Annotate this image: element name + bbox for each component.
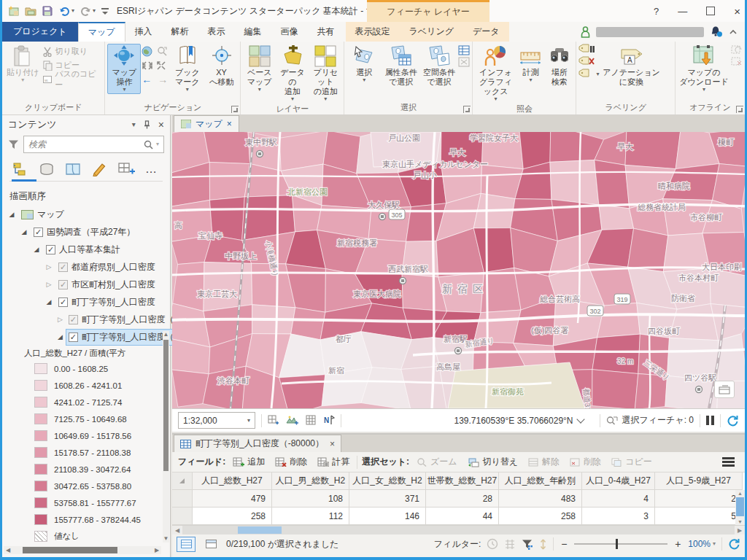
selection-dialog-launcher[interactable] (463, 106, 471, 113)
add-chart-icon[interactable] (117, 162, 135, 176)
zoom-in-button[interactable]: + (673, 538, 682, 550)
legend-color-chip[interactable] (34, 363, 47, 374)
fixed-zoom-arrows-icon[interactable] (142, 61, 166, 71)
delete-selection-button[interactable]: 削除 (567, 454, 604, 470)
qat-customize-button[interactable] (101, 6, 109, 16)
table-cell[interactable]: 3 (582, 508, 655, 525)
column-header[interactable]: 世帯数_総数_H27 (426, 472, 499, 490)
table-cell[interactable]: 479 (193, 490, 272, 508)
legend-color-chip[interactable] (34, 413, 47, 424)
layer-tree-item-6[interactable]: ▷✓町丁字等別_人口密度（8 (2, 311, 170, 328)
attribute-table-tab[interactable]: 町丁字等別_人口密度（-80000） × (174, 435, 341, 452)
column-header[interactable]: 人口_女_総数_H2 (349, 472, 426, 490)
add-preset-dropdown-caret[interactable]: ▾ (324, 96, 327, 102)
legend-color-chip[interactable] (34, 481, 47, 491)
panel-menu-caret[interactable]: ▾ (132, 122, 136, 128)
table-cell[interactable]: 5 (655, 508, 743, 525)
contextual-tab-2[interactable]: データ (463, 22, 509, 42)
explore-button[interactable]: マップ 操作 ▾ (107, 44, 141, 94)
select-by-location-button[interactable]: 空間条件 で選択 (420, 44, 457, 88)
layer-visibility-checkbox[interactable]: ✓ (58, 280, 68, 289)
contextual-tab-0[interactable]: 表示設定 (346, 22, 400, 42)
offline-dialog-launcher[interactable] (736, 106, 743, 113)
ribbon-tab-4[interactable]: 表示 (198, 22, 235, 42)
zoom-out-button[interactable]: − (560, 538, 568, 550)
infographics-dropdown-caret[interactable]: ▾ (495, 96, 498, 102)
legend-color-chip[interactable] (34, 464, 47, 475)
table-menu-button[interactable] (722, 457, 739, 467)
table-cell[interactable]: 146 (349, 508, 426, 525)
ribbon-tab-5[interactable]: 編集 (235, 22, 271, 42)
add-data-button[interactable]: データの 追加 ▾ (276, 44, 309, 104)
collapse-icon[interactable]: ◢ (20, 228, 28, 236)
paste-dropdown-caret[interactable]: ▾ (21, 77, 24, 83)
measure-button[interactable]: 計測 ▾ (517, 44, 544, 85)
label-options-icon[interactable] (578, 69, 595, 79)
select-dropdown-caret[interactable]: ▾ (363, 77, 365, 83)
remove-download-mini-icon[interactable] (731, 57, 743, 67)
copy-path-button[interactable]: w. パスのコピー (42, 73, 103, 85)
help-button[interactable]: ? (654, 6, 659, 17)
contents-horizontal-scrollbar[interactable]: ◀▶ (4, 546, 161, 554)
layer-tree-item-4[interactable]: ▷✓市区町村別_人口密度 (2, 276, 170, 293)
layer-tree-item-1[interactable]: ◢✓国勢調査（平成27年） (2, 223, 170, 241)
table-cell[interactable]: 371 (349, 490, 426, 508)
range-filter-icon[interactable] (504, 539, 516, 550)
contextual-tab-1[interactable]: ラベリング (400, 22, 463, 42)
select-button[interactable]: 選択 ▾ (347, 44, 382, 85)
table-cell[interactable]: 112 (272, 508, 349, 525)
download-map-caret[interactable]: ▾ (703, 87, 705, 93)
basemap-flip-button[interactable] (714, 381, 735, 398)
row-selector[interactable] (172, 472, 193, 490)
collapse-icon[interactable]: ◢ (58, 333, 63, 341)
north-arrow-icon[interactable]: N (323, 415, 335, 426)
ribbon-tab-7[interactable]: 共有 (308, 22, 344, 42)
map-grid-icon[interactable] (306, 415, 317, 426)
sort-filter-icon[interactable] (539, 539, 547, 550)
refresh-table-icon[interactable] (728, 538, 740, 550)
show-all-records-button[interactable] (177, 537, 196, 552)
search-dropdown-caret[interactable]: ▾ (156, 141, 159, 147)
redo-dropdown-caret[interactable]: ▾ (93, 8, 96, 14)
table-cell[interactable]: 2 (655, 490, 743, 508)
undo-dropdown-caret[interactable]: ▾ (71, 8, 74, 14)
map-view-tab[interactable]: マップ × (174, 115, 239, 132)
explore-dropdown-caret[interactable]: ▾ (123, 87, 125, 93)
show-selected-records-button[interactable] (201, 537, 220, 552)
list-by-editing-icon[interactable] (91, 162, 107, 176)
more-panel-options[interactable]: … (145, 163, 158, 176)
panel-close-icon[interactable]: × (158, 119, 164, 131)
legend-color-chip[interactable] (34, 380, 47, 391)
zoom-percent-combo[interactable]: 100% ▾ (688, 539, 716, 549)
copy-selection-button[interactable]: コピー (608, 454, 655, 470)
cut-button[interactable]: 切り取り (42, 45, 103, 58)
expand-icon[interactable]: ▷ (58, 316, 63, 323)
ribbon-tab-2[interactable]: 挿入 (125, 22, 162, 42)
no-value-chip[interactable] (34, 531, 47, 542)
table-tab-close-icon[interactable]: × (330, 439, 335, 449)
collapse-icon[interactable]: ◢ (33, 246, 40, 253)
layer-tree-item-5[interactable]: ◢✓町丁字等別_人口密度 (2, 293, 170, 311)
search-input[interactable]: 検索 ▾ (23, 136, 164, 153)
extent-filter-icon[interactable] (522, 539, 533, 550)
row-selector[interactable] (172, 508, 193, 525)
layer-visibility-checkbox[interactable]: ✓ (34, 228, 43, 237)
select-by-attributes-button[interactable]: 属性条件 で選択 (382, 44, 419, 88)
measure-dropdown-caret[interactable]: ▾ (529, 77, 532, 83)
ribbon-tab-3[interactable]: 解析 (162, 22, 198, 42)
zoom-to-selection-icon[interactable] (157, 46, 168, 57)
refresh-map-icon[interactable] (727, 415, 739, 427)
ribbon-tab-6[interactable]: 画像 (271, 22, 308, 42)
full-extent-globe-icon[interactable] (142, 46, 152, 57)
list-by-drawing-order-icon[interactable] (12, 162, 28, 176)
redo-button[interactable]: ▾ (80, 6, 96, 17)
time-filter-icon[interactable] (487, 538, 498, 550)
notifications-bell-icon[interactable] (710, 26, 723, 38)
column-header[interactable]: 人口_5-9歳_H27 (655, 472, 743, 490)
layer-visibility-checkbox[interactable]: ✓ (58, 298, 68, 307)
minimize-button[interactable]: — (678, 6, 687, 17)
sync-map-mini-icon[interactable] (731, 45, 743, 55)
delete-labels-icon[interactable] (578, 56, 595, 67)
layer-visibility-checkbox[interactable]: ✓ (69, 315, 78, 324)
row-selector[interactable] (172, 490, 193, 508)
